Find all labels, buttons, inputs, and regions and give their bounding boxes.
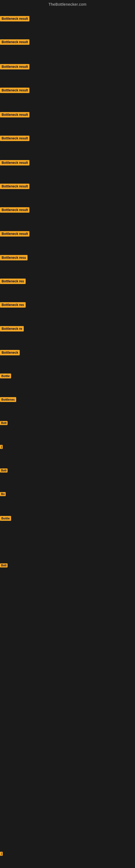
bottleneck-badge-row: Bottleneck result <box>0 39 30 46</box>
bottleneck-result-badge[interactable]: Bott <box>0 421 8 425</box>
bottleneck-result-badge[interactable]: Bottleneck result <box>0 160 30 165</box>
bottleneck-badge-row: Bott <box>0 563 8 568</box>
bottleneck-badge-row: Bottle <box>0 516 11 522</box>
bottleneck-badge-row: Bottleneck result <box>0 112 30 119</box>
bottleneck-badge-row: Bottleneck result <box>0 231 30 238</box>
bottleneck-badge-row: Bottlenec <box>0 397 16 403</box>
bottleneck-result-badge[interactable]: Bottleneck result <box>0 112 30 118</box>
bottleneck-badge-row: Bott <box>0 421 8 426</box>
bottleneck-result-badge[interactable]: Bottleneck result <box>0 16 30 22</box>
bottleneck-badge-row: Bottleneck result <box>0 184 30 190</box>
bottleneck-badge-row: Bott <box>0 468 8 474</box>
bottleneck-badge-row: Bottleneck res <box>0 302 26 309</box>
bottleneck-result-badge[interactable]: Bo <box>0 492 6 496</box>
bottleneck-badge-row: | <box>0 445 3 450</box>
bottleneck-badge-row: Bottleneck result <box>0 64 30 70</box>
bottleneck-result-badge[interactable]: Bottleneck result <box>0 231 30 237</box>
bottleneck-badge-row: Bottleneck result <box>0 88 30 94</box>
bottleneck-result-badge[interactable]: Bottleneck res <box>0 279 26 284</box>
bottleneck-result-badge[interactable]: Bottleneck result <box>0 88 30 93</box>
bottleneck-badge-row: Bottleneck result <box>0 135 30 142</box>
bottleneck-badge-row: Bottleneck result <box>0 16 30 23</box>
bottleneck-badge-row: Bo <box>0 492 6 497</box>
bottleneck-badge-row: Bottleneck resu <box>0 255 28 261</box>
bottleneck-result-badge[interactable]: Bottleneck <box>0 350 20 355</box>
bottleneck-badge-row: Bottleneck result <box>0 160 30 166</box>
bottleneck-result-badge[interactable]: Bottlenec <box>0 397 16 402</box>
bottleneck-result-badge[interactable]: Bottleneck resu <box>0 255 28 260</box>
bottleneck-badge-row: | <box>0 852 3 857</box>
site-title: TheBottlenecker.com <box>0 0 135 9</box>
bottleneck-result-badge[interactable]: | <box>0 445 3 449</box>
bottleneck-badge-row: Bottleneck <box>0 350 20 356</box>
bottleneck-badge-row: Bottleneck result <box>0 207 30 214</box>
bottleneck-result-badge[interactable]: Bottleneck result <box>0 135 30 141</box>
bottleneck-result-badge[interactable]: Bottleneck res <box>0 302 26 308</box>
bottleneck-result-badge[interactable]: Bottleneck result <box>0 184 30 189</box>
bottleneck-badge-row: Bottleneck re <box>0 326 24 333</box>
bottleneck-badge-row: Bottleneck res <box>0 279 26 285</box>
bottleneck-result-badge[interactable]: | <box>0 852 3 856</box>
bottleneck-result-badge[interactable]: Bottle <box>0 373 11 378</box>
bottleneck-result-badge[interactable]: Bottleneck result <box>0 207 30 213</box>
bottleneck-result-badge[interactable]: Bott <box>0 563 8 567</box>
bottleneck-result-badge[interactable]: Bottleneck re <box>0 326 24 332</box>
bottleneck-result-badge[interactable]: Bottleneck result <box>0 64 30 69</box>
bottleneck-result-badge[interactable]: Bottle <box>0 516 11 521</box>
bottleneck-result-badge[interactable]: Bottleneck result <box>0 39 30 45</box>
bottleneck-badge-row: Bottle <box>0 373 11 379</box>
bottleneck-result-badge[interactable]: Bott <box>0 468 8 472</box>
